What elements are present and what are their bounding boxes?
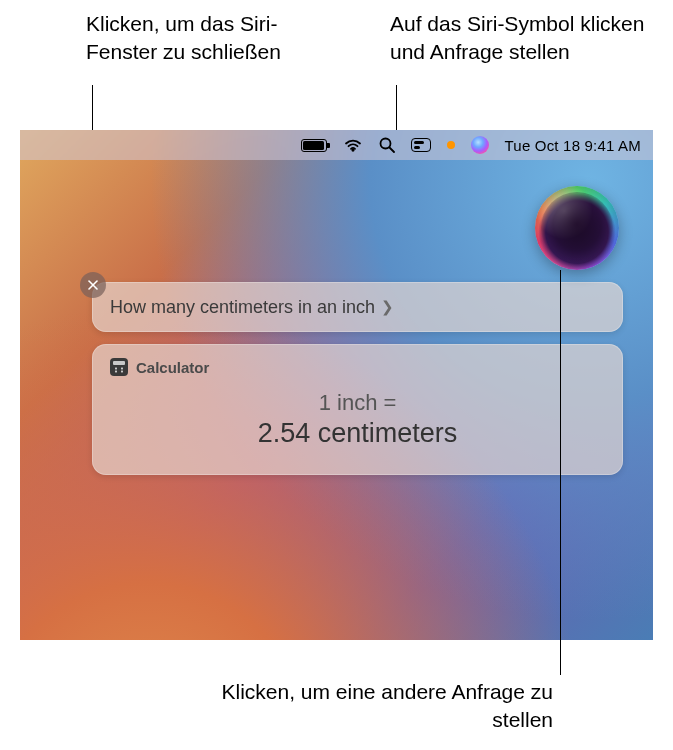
desktop-screenshot: Tue Oct 18 9:41 AM How many centimeters … xyxy=(20,130,653,640)
siri-query-card[interactable]: How many centimeters in an inch ❯ xyxy=(92,282,623,332)
callout-siri-icon: Auf das Siri-Symbol klicken und Anfrage … xyxy=(390,10,670,67)
menubar-datetime[interactable]: Tue Oct 18 9:41 AM xyxy=(505,137,641,154)
chevron-right-icon: ❯ xyxy=(381,298,394,316)
siri-orb-button[interactable] xyxy=(535,186,619,270)
calculator-icon xyxy=(110,358,128,376)
siri-result-app: Calculator xyxy=(136,359,209,376)
siri-menubar-icon[interactable] xyxy=(471,136,489,154)
callout-ask-again: Klicken, um eine andere Anfrage zu stell… xyxy=(213,678,553,735)
callout-close-siri: Klicken, um das Siri-Fenster zu schließe… xyxy=(86,10,346,67)
siri-result-card: Calculator 1 inch = 2.54 centimeters xyxy=(92,344,623,475)
wifi-icon[interactable] xyxy=(343,137,363,153)
menubar: Tue Oct 18 9:41 AM xyxy=(20,130,653,160)
siri-result-line2: 2.54 centimeters xyxy=(110,418,605,449)
battery-icon[interactable] xyxy=(301,139,327,152)
mic-indicator-dot xyxy=(447,141,455,149)
leader-line xyxy=(560,270,561,675)
siri-close-button[interactable] xyxy=(80,272,106,298)
spotlight-icon[interactable] xyxy=(379,137,395,153)
siri-result-line1: 1 inch = xyxy=(110,390,605,416)
siri-query-text: How many centimeters in an inch xyxy=(110,297,375,318)
control-center-icon[interactable] xyxy=(411,138,431,152)
svg-line-1 xyxy=(389,148,394,153)
